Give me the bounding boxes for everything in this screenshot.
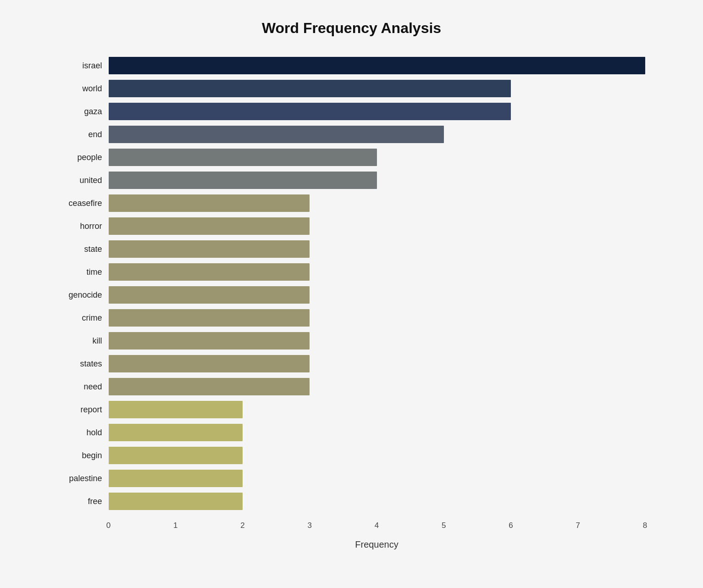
x-axis-area: 012345678 xyxy=(58,519,645,538)
bar-row: end xyxy=(58,124,645,145)
x-tick: 3 xyxy=(308,521,312,530)
bar-track xyxy=(109,263,645,281)
bar-fill xyxy=(109,470,243,487)
bar-fill xyxy=(109,103,511,120)
bar-track xyxy=(109,401,645,418)
chart-container: Word Frequency Analysis israelworldgazae… xyxy=(31,1,673,587)
bar-track xyxy=(109,470,645,487)
bar-row: hold xyxy=(58,422,645,443)
bar-fill xyxy=(109,332,310,349)
bar-fill xyxy=(109,172,377,189)
bar-fill xyxy=(109,126,444,143)
bar-label: israel xyxy=(58,61,109,71)
x-tick: 5 xyxy=(442,521,446,530)
bar-fill xyxy=(109,263,310,281)
chart-title: Word Frequency Analysis xyxy=(58,20,645,37)
bar-fill xyxy=(109,378,310,395)
x-tick: 2 xyxy=(240,521,244,530)
bar-fill xyxy=(109,447,243,464)
bar-row: people xyxy=(58,147,645,168)
bar-fill xyxy=(109,424,243,441)
bar-row: israel xyxy=(58,55,645,76)
bar-label: united xyxy=(58,176,109,185)
x-tick: 4 xyxy=(375,521,379,530)
bar-label: states xyxy=(58,359,109,369)
bar-label: end xyxy=(58,130,109,139)
bar-track xyxy=(109,447,645,464)
bar-track xyxy=(109,493,645,510)
bar-label: free xyxy=(58,497,109,506)
bar-row: horror xyxy=(58,216,645,237)
bar-track xyxy=(109,286,645,304)
bar-fill xyxy=(109,355,310,372)
bar-label: kill xyxy=(58,336,109,346)
bar-track xyxy=(109,378,645,395)
bar-fill xyxy=(109,80,511,97)
x-tick: 1 xyxy=(173,521,177,530)
bar-row: palestine xyxy=(58,468,645,489)
bar-track xyxy=(109,332,645,349)
bar-track xyxy=(109,103,645,120)
bar-label: report xyxy=(58,405,109,415)
bar-label: crime xyxy=(58,313,109,323)
bar-track xyxy=(109,194,645,212)
bar-row: crime xyxy=(58,307,645,328)
bar-label: time xyxy=(58,267,109,277)
bar-track xyxy=(109,126,645,143)
bar-track xyxy=(109,309,645,327)
bar-row: begin xyxy=(58,445,645,466)
bar-row: united xyxy=(58,170,645,191)
bar-row: genocide xyxy=(58,284,645,305)
bar-track xyxy=(109,355,645,372)
bar-label: horror xyxy=(58,222,109,231)
bar-label: gaza xyxy=(58,107,109,116)
bar-track xyxy=(109,424,645,441)
bar-label: state xyxy=(58,244,109,254)
bar-row: ceasefire xyxy=(58,193,645,214)
bar-fill xyxy=(109,217,310,235)
bar-fill xyxy=(109,240,310,258)
bar-label: hold xyxy=(58,428,109,438)
bar-label: ceasefire xyxy=(58,199,109,208)
bar-label: palestine xyxy=(58,474,109,483)
bar-label: world xyxy=(58,84,109,94)
bar-label: begin xyxy=(58,451,109,460)
bar-track xyxy=(109,240,645,258)
x-axis-label: Frequency xyxy=(58,539,645,550)
bar-label: people xyxy=(58,153,109,162)
bar-row: report xyxy=(58,399,645,420)
bar-track xyxy=(109,80,645,97)
bar-track xyxy=(109,172,645,189)
bar-row: kill xyxy=(58,330,645,351)
bar-track xyxy=(109,217,645,235)
bar-fill xyxy=(109,309,310,327)
bar-row: state xyxy=(58,239,645,260)
bar-row: time xyxy=(58,261,645,283)
x-tick: 7 xyxy=(576,521,580,530)
bar-label: genocide xyxy=(58,290,109,300)
bar-fill xyxy=(109,401,243,418)
x-tick: 8 xyxy=(643,521,647,530)
bar-label: need xyxy=(58,382,109,392)
bar-row: gaza xyxy=(58,101,645,122)
bar-row: free xyxy=(58,491,645,512)
bar-row: need xyxy=(58,376,645,397)
x-axis-inner: 012345678 xyxy=(109,519,645,538)
bar-fill xyxy=(109,194,310,212)
chart-area: israelworldgazaendpeopleunitedceasefireh… xyxy=(58,55,645,514)
bar-track xyxy=(109,149,645,166)
bar-fill xyxy=(109,493,243,510)
bar-fill xyxy=(109,149,377,166)
bar-row: world xyxy=(58,78,645,99)
x-tick: 0 xyxy=(106,521,111,530)
bar-track xyxy=(109,57,645,74)
bar-row: states xyxy=(58,353,645,374)
bar-fill xyxy=(109,286,310,304)
bar-fill xyxy=(109,57,645,74)
x-tick: 6 xyxy=(509,521,513,530)
